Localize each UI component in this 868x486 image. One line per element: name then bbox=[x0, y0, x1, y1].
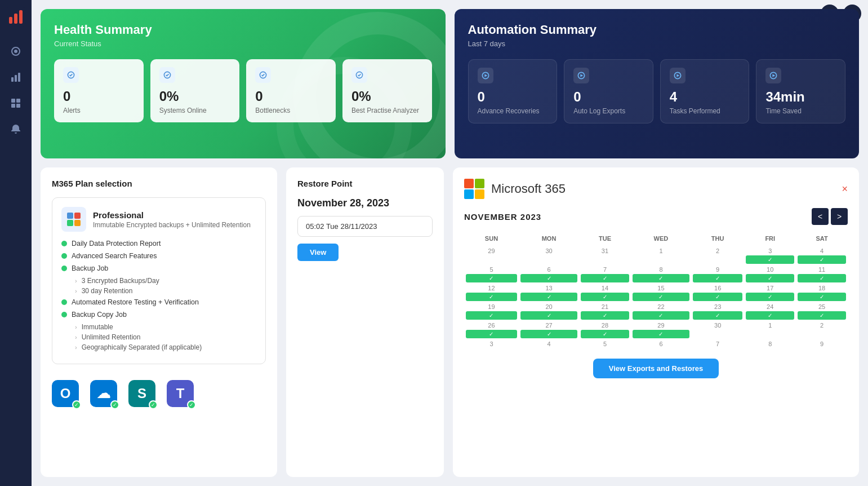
cal-day[interactable]: 13✓ bbox=[519, 284, 579, 302]
calendar-month: NOVEMBER 2023 bbox=[464, 212, 541, 222]
health-stat-card-1: 0% Systems Online bbox=[150, 59, 240, 122]
cal-day: 2 bbox=[796, 321, 848, 339]
calendar-prev-button[interactable]: < bbox=[812, 208, 829, 225]
plan-feature-2: Backup Job›3 Encrypted Backups/Day›30 da… bbox=[61, 264, 256, 295]
app-check-teams: ✓ bbox=[187, 400, 196, 409]
sidebar-logo[interactable] bbox=[6, 7, 26, 27]
cal-day[interactable]: 11✓ bbox=[796, 265, 848, 284]
plan-sub-item: ›Geographically Separated (if applicable… bbox=[75, 343, 256, 351]
feature-name: Automated Restore Testing + Verification bbox=[72, 298, 199, 306]
plan-feature-4: Backup Copy Job›Immutable›Unlimited Rete… bbox=[61, 311, 256, 351]
cal-day-header-sat: SAT bbox=[796, 233, 848, 246]
svg-rect-6 bbox=[15, 75, 17, 82]
auto-stat-label: Auto Log Exports bbox=[573, 107, 644, 115]
cal-day: 3 bbox=[464, 339, 519, 350]
auto-stat-value: 4 bbox=[670, 89, 740, 105]
svg-point-16 bbox=[356, 72, 362, 78]
cal-day-num: 2 bbox=[798, 322, 846, 329]
svg-rect-19 bbox=[67, 220, 73, 226]
cal-day[interactable]: 26✓ bbox=[464, 321, 519, 339]
cal-day-num: 7 bbox=[581, 266, 629, 273]
health-stat-card-0: 0 Alerts bbox=[54, 59, 144, 122]
sidebar-item-notifications[interactable] bbox=[10, 123, 22, 135]
feature-dot bbox=[61, 253, 67, 259]
cal-day[interactable]: 29✓ bbox=[631, 321, 691, 339]
cal-day[interactable]: 23✓ bbox=[691, 302, 744, 321]
sidebar-item-analytics[interactable] bbox=[10, 71, 22, 83]
automation-summary-subtitle: Last 7 days bbox=[468, 39, 846, 48]
cal-day[interactable]: 27✓ bbox=[519, 321, 579, 339]
calendar-header: NOVEMBER 2023 < > bbox=[464, 208, 848, 225]
view-restore-button[interactable]: View bbox=[297, 244, 339, 261]
cal-check-bar: ✓ bbox=[581, 293, 629, 301]
svg-rect-18 bbox=[74, 213, 81, 219]
calendar-next-button[interactable]: > bbox=[831, 208, 848, 225]
view-exports-button[interactable]: View Exports and Restores bbox=[593, 359, 719, 378]
ms365-logo-yellow bbox=[475, 189, 484, 199]
plan-feature-1: Advanced Search Features bbox=[61, 252, 256, 260]
sub-arrow: › bbox=[75, 288, 77, 294]
cal-check-bar: ✓ bbox=[581, 274, 629, 282]
cal-day[interactable]: 25✓ bbox=[796, 302, 848, 321]
restore-point-date: November 28, 2023 bbox=[297, 197, 433, 209]
cal-day[interactable]: 16✓ bbox=[691, 284, 744, 302]
cal-day: 1 bbox=[744, 321, 796, 339]
ms365-header: Microsoft 365 × bbox=[464, 179, 848, 199]
cal-day[interactable]: 3✓ bbox=[744, 246, 796, 265]
cal-day-num: 1 bbox=[746, 322, 794, 329]
cal-day[interactable]: 17✓ bbox=[744, 284, 796, 302]
stat-card-label: Systems Online bbox=[159, 107, 231, 114]
cal-check-bar: ✓ bbox=[581, 311, 629, 320]
cal-day-num: 23 bbox=[693, 303, 742, 310]
cal-day[interactable]: 15✓ bbox=[631, 284, 691, 302]
cal-day-num: 30 bbox=[520, 248, 577, 254]
cal-day-num: 22 bbox=[633, 303, 689, 310]
cal-day-num: 4 bbox=[520, 341, 577, 347]
auto-stat-value: 0 bbox=[573, 89, 644, 105]
auto-stat-icon bbox=[765, 68, 781, 83]
svg-rect-17 bbox=[67, 213, 73, 219]
cal-day[interactable]: 20✓ bbox=[519, 302, 579, 321]
cal-day[interactable]: 21✓ bbox=[579, 302, 631, 321]
cal-day[interactable]: 1 bbox=[631, 246, 691, 265]
cal-day[interactable]: 7✓ bbox=[579, 265, 631, 284]
cal-day[interactable]: 5✓ bbox=[464, 265, 519, 284]
cal-day[interactable]: 6✓ bbox=[519, 265, 579, 284]
cal-check-bar: ✓ bbox=[520, 330, 577, 338]
cal-day[interactable]: 22✓ bbox=[631, 302, 691, 321]
cal-day[interactable]: 24✓ bbox=[744, 302, 796, 321]
feature-name: Backup Copy Job bbox=[72, 311, 127, 319]
cal-day-num: 25 bbox=[798, 303, 846, 310]
cal-day-num: 4 bbox=[798, 248, 846, 254]
cal-day[interactable]: 19✓ bbox=[464, 302, 519, 321]
calendar-card: Microsoft 365 × NOVEMBER 2023 < > SUNMON… bbox=[453, 167, 859, 477]
cal-day[interactable]: 4✓ bbox=[796, 246, 848, 265]
app-check-onedrive: ✓ bbox=[110, 400, 119, 409]
app-icon-teams: T ✓ bbox=[167, 380, 196, 409]
cal-day[interactable]: 12✓ bbox=[464, 284, 519, 302]
cal-day-num: 9 bbox=[693, 266, 742, 273]
cal-check-bar: ✓ bbox=[520, 293, 577, 301]
cal-day-num: 19 bbox=[466, 303, 517, 310]
plan-feature-3: Automated Restore Testing + Verification bbox=[61, 298, 256, 306]
cal-day[interactable]: 18✓ bbox=[796, 284, 848, 302]
cal-day[interactable]: 28✓ bbox=[579, 321, 631, 339]
cal-day[interactable]: 14✓ bbox=[579, 284, 631, 302]
plan-sub-item: ›Unlimited Retention bbox=[75, 333, 256, 341]
sidebar-item-grid[interactable] bbox=[10, 97, 22, 109]
ms365-close-button[interactable]: × bbox=[842, 183, 848, 195]
svg-rect-20 bbox=[74, 220, 81, 226]
cal-day[interactable]: 30 bbox=[691, 321, 744, 339]
cal-day-header-tue: TUE bbox=[579, 233, 631, 246]
cal-day[interactable]: 9✓ bbox=[691, 265, 744, 284]
cal-day-num: 29 bbox=[466, 248, 517, 254]
sidebar-item-dashboard[interactable] bbox=[10, 45, 22, 58]
cal-day[interactable]: 8✓ bbox=[631, 265, 691, 284]
plan-features: Daily Data Protection ReportAdvanced Sea… bbox=[61, 240, 256, 351]
ms365-name: Microsoft 365 bbox=[491, 182, 566, 196]
cal-day[interactable]: 10✓ bbox=[744, 265, 796, 284]
cal-day[interactable]: 2 bbox=[691, 246, 744, 265]
cal-day: 9 bbox=[796, 339, 848, 350]
plan-feature-item: Advanced Search Features bbox=[61, 252, 256, 260]
svg-rect-2 bbox=[14, 14, 17, 24]
